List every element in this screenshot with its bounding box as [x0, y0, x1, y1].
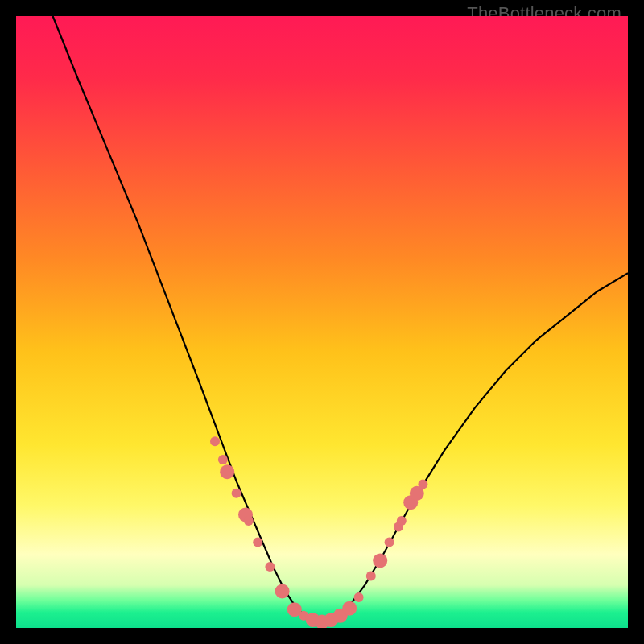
- marker-point: [265, 562, 275, 572]
- marker-point: [354, 592, 364, 602]
- marker-point: [220, 464, 234, 479]
- marker-point: [373, 553, 387, 568]
- marker-point: [342, 601, 357, 616]
- marker-point: [275, 584, 290, 598]
- chart-frame: [16, 16, 628, 628]
- marker-point: [418, 479, 427, 489]
- marker-point: [253, 538, 262, 547]
- bottleneck-curve: [53, 16, 628, 621]
- marker-point: [244, 516, 254, 526]
- curve-layer: [16, 16, 628, 628]
- marker-point: [210, 436, 220, 446]
- plot-area: [16, 16, 628, 628]
- marker-point: [366, 571, 376, 580]
- marker-point: [218, 455, 228, 464]
- marker-point: [385, 538, 394, 547]
- marker-point: [397, 516, 407, 526]
- marker-point: [232, 489, 242, 498]
